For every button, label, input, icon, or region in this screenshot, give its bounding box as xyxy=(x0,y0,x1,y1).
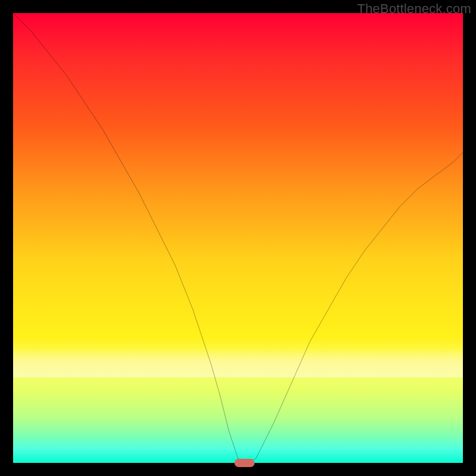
curve-svg xyxy=(13,13,463,463)
bottleneck-curve xyxy=(13,13,463,463)
minimum-marker xyxy=(234,459,255,467)
plot-area xyxy=(13,13,463,463)
chart-frame: TheBottleneck.com xyxy=(0,0,476,476)
